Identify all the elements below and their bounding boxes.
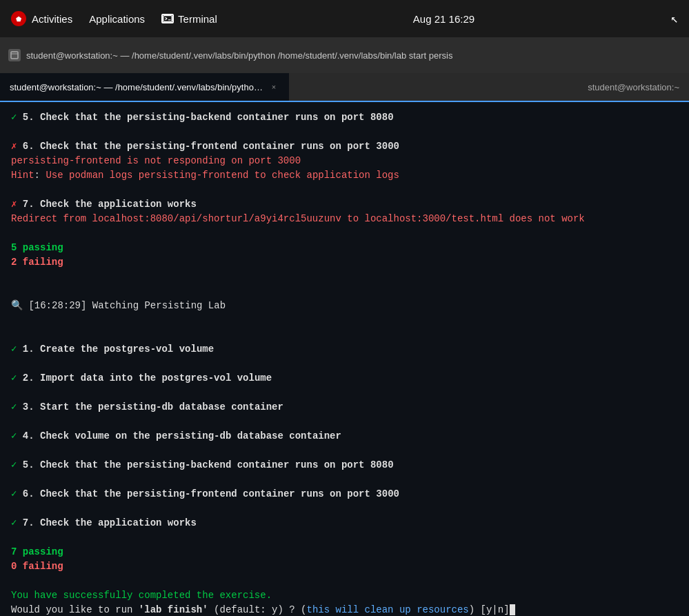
terminal-line: ✓ 6. Check that the persisting-frontend … <box>11 487 678 501</box>
terminal-empty-line <box>11 415 678 429</box>
tabbar: student@workstation:~ — /home/student/.v… <box>0 73 689 102</box>
window-title: student@workstation:~ — /home/student/.v… <box>26 50 681 61</box>
terminal-line: ✓ 4. Check volume on the persisting-db d… <box>11 429 678 444</box>
terminal-empty-line <box>11 357 678 371</box>
tab-spacer <box>289 73 578 101</box>
terminal-line: Would you like to run 'lab finish' (defa… <box>11 603 678 616</box>
activities-label: Activities <box>32 13 72 25</box>
terminal-line: ✓ 3. Start the persisting-db database co… <box>11 400 678 415</box>
terminal-line: You have successfully completed the exer… <box>11 588 678 603</box>
redhat-icon: ⬟ <box>11 11 26 26</box>
terminal-label: Terminal <box>178 13 217 25</box>
terminal-line: ✓ 2. Import data into the postgres-vol v… <box>11 371 678 386</box>
terminal-empty-line <box>11 183 678 197</box>
terminal-line: 7 passing <box>11 545 678 559</box>
terminal-line: 🔍 [16:28:29] Watching Persisting Lab <box>11 299 678 313</box>
window-titlebar: student@workstation:~ — /home/student/.v… <box>0 37 689 73</box>
tab-active[interactable]: student@workstation:~ — /home/student/.v… <box>0 73 289 102</box>
terminal-line: ✓ 5. Check that the persisting-backend c… <box>11 110 678 125</box>
terminal-button[interactable]: Terminal <box>161 13 217 25</box>
terminal-line: ✓ 7. Check the application works <box>11 516 678 530</box>
tab-close-button[interactable]: × <box>268 81 279 92</box>
svg-rect-2 <box>163 16 172 22</box>
terminal-line: 2 failing <box>11 255 678 270</box>
terminal-empty-line <box>11 328 678 342</box>
terminal-empty-line <box>11 530 678 545</box>
terminal-line: ✓ 5. Check that the persisting-backend c… <box>11 458 678 473</box>
terminal-empty-line <box>11 574 678 588</box>
terminal-line: persisting-frontend is not responding on… <box>11 154 678 168</box>
topbar-right: ↖ <box>670 11 678 26</box>
tab-active-label: student@workstation:~ — /home/student/.v… <box>10 82 263 92</box>
svg-text:⬟: ⬟ <box>16 16 22 23</box>
applications-button[interactable]: Applications <box>89 13 145 25</box>
terminal-line: Hint: Use podman logs persisting-fronten… <box>11 168 678 183</box>
terminal-output[interactable]: ✓ 5. Check that the persisting-backend c… <box>0 102 689 616</box>
terminal-icon <box>161 14 174 23</box>
cursor-icon: ↖ <box>670 11 678 26</box>
terminal-window: student@workstation:~ — /home/student/.v… <box>0 37 689 616</box>
terminal-line: 5 passing <box>11 241 678 255</box>
tab-inactive-label[interactable]: student@workstation:~ <box>578 73 689 101</box>
applications-label: Applications <box>89 13 145 25</box>
terminal-empty-line <box>11 125 678 139</box>
topbar-left: ⬟ Activities Applications Terminal <box>11 11 217 26</box>
terminal-empty-line <box>11 501 678 516</box>
terminal-line: ✓ 1. Create the postgres-vol volume <box>11 342 678 357</box>
svg-line-4 <box>166 19 168 20</box>
terminal-empty-line <box>11 270 678 284</box>
terminal-line: ✗ 7. Check the application works <box>11 197 678 212</box>
topbar: ⬟ Activities Applications Terminal Aug 2… <box>0 0 689 37</box>
terminal-empty-line <box>11 444 678 458</box>
terminal-empty-line <box>11 473 678 487</box>
terminal-empty-line <box>11 386 678 400</box>
terminal-line: ✗ 6. Check that the persisting-frontend … <box>11 139 678 154</box>
svg-rect-6 <box>11 52 18 59</box>
terminal-empty-line <box>11 226 678 241</box>
topbar-datetime: Aug 21 16:29 <box>234 13 654 25</box>
activities-button[interactable]: ⬟ Activities <box>11 11 72 26</box>
terminal-empty-line <box>11 313 678 328</box>
window-menu-button[interactable] <box>8 49 21 61</box>
terminal-line: 0 failing <box>11 559 678 574</box>
terminal-line: Redirect from localhost:8080/api/shortur… <box>11 212 678 226</box>
terminal-empty-line <box>11 284 678 299</box>
